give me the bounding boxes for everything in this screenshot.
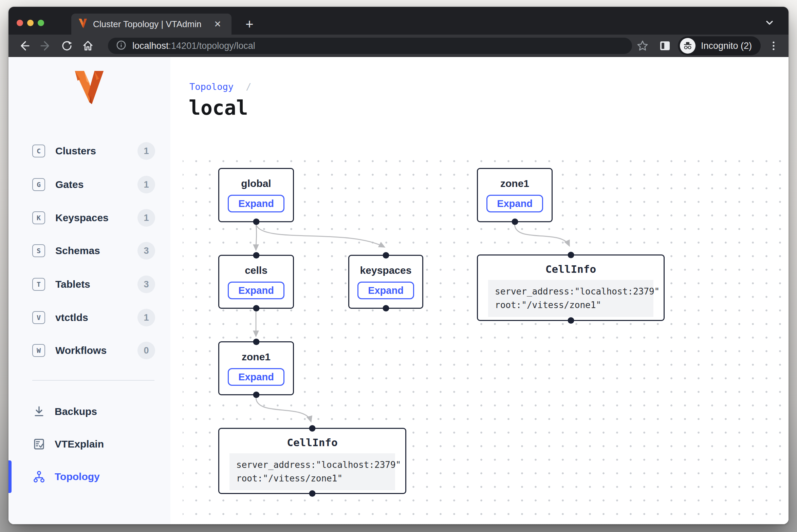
sidebar-item-workflows[interactable]: W Workflows 0 bbox=[32, 340, 155, 361]
count-badge: 1 bbox=[137, 176, 155, 193]
gates-letter-icon: G bbox=[32, 178, 45, 191]
toolbar-right: Incognito (2) bbox=[634, 35, 789, 57]
node-cellinfo-zone1-cell[interactable]: CellInfo server_address:"localhost:2379"… bbox=[218, 428, 406, 494]
sidebar-item-label: Clusters bbox=[55, 145, 137, 157]
sidebar-item-label: Workflows bbox=[55, 345, 137, 356]
vtctlds-letter-icon: V bbox=[32, 311, 45, 324]
count-badge: 1 bbox=[137, 209, 155, 227]
expand-button[interactable]: Expand bbox=[228, 282, 284, 299]
bookmark-star-icon[interactable] bbox=[634, 37, 651, 55]
incognito-label: Incognito (2) bbox=[701, 41, 752, 51]
node-title: CellInfo bbox=[287, 436, 337, 449]
node-cellinfo-zone1[interactable]: CellInfo server_address:"localhost:2379"… bbox=[477, 254, 665, 321]
side-panel-icon[interactable] bbox=[656, 37, 674, 55]
reload-button[interactable] bbox=[58, 37, 76, 55]
sidebar: C Clusters 1 G Gates 1 K Keyspaces 1 S S… bbox=[8, 57, 170, 524]
sidebar-item-keyspaces[interactable]: K Keyspaces 1 bbox=[32, 208, 155, 228]
sidebar-item-gates[interactable]: G Gates 1 bbox=[32, 174, 155, 195]
site-info-icon[interactable] bbox=[116, 40, 126, 52]
url-path: :14201/topology/local bbox=[169, 41, 255, 51]
sidebar-item-backups[interactable]: Backups bbox=[32, 401, 155, 422]
expand-button[interactable]: Expand bbox=[228, 368, 284, 386]
sidebar-item-label: Backups bbox=[55, 406, 155, 417]
fullscreen-window-button[interactable] bbox=[38, 20, 44, 26]
sidebar-item-label: vtctlds bbox=[55, 312, 137, 323]
menu-kebab-icon[interactable] bbox=[765, 37, 782, 55]
node-zone1-top[interactable]: zone1 Expand bbox=[477, 168, 553, 222]
minimize-window-button[interactable] bbox=[27, 20, 34, 26]
breadcrumb-separator: / bbox=[246, 81, 251, 92]
port-bottom bbox=[512, 218, 518, 225]
keyspaces-letter-icon: K bbox=[32, 211, 45, 224]
schemas-letter-icon: S bbox=[32, 244, 45, 257]
port-top bbox=[253, 252, 259, 259]
close-window-button[interactable] bbox=[17, 20, 23, 26]
url-text: localhost:14201/topology/local bbox=[132, 41, 255, 51]
forward-button[interactable] bbox=[37, 37, 55, 55]
count-badge: 3 bbox=[137, 242, 155, 260]
browser-window: Cluster Topology | VTAdmin ✕ + bbox=[8, 7, 789, 524]
workflows-letter-icon: W bbox=[32, 344, 45, 357]
port-bottom bbox=[568, 317, 574, 324]
port-bottom bbox=[383, 305, 389, 311]
node-title: zone1 bbox=[242, 351, 271, 363]
code-line: server_address:"localhost:2379" bbox=[236, 458, 388, 472]
code-line: server_address:"localhost:2379" bbox=[495, 285, 647, 298]
code-line: root:"/vitess/zone1" bbox=[236, 472, 388, 485]
sidebar-item-label: VTExplain bbox=[55, 438, 155, 450]
count-badge: 1 bbox=[137, 142, 155, 160]
home-button[interactable] bbox=[79, 37, 97, 55]
new-tab-button[interactable]: + bbox=[241, 16, 258, 33]
incognito-icon bbox=[680, 38, 696, 54]
browser-toolbar: localhost:14201/topology/local bbox=[8, 35, 789, 57]
port-bottom bbox=[253, 218, 259, 225]
expand-button[interactable]: Expand bbox=[228, 195, 284, 212]
port-top bbox=[383, 252, 389, 259]
traffic-lights bbox=[17, 20, 44, 26]
node-keyspaces[interactable]: keyspaces Expand bbox=[348, 255, 423, 309]
sidebar-item-topology[interactable]: Topology bbox=[32, 467, 155, 487]
incognito-profile-chip[interactable]: Incognito (2) bbox=[678, 36, 761, 55]
tab-strip: Cluster Topology | VTAdmin ✕ + bbox=[8, 7, 789, 35]
sidebar-item-tablets[interactable]: T Tablets 3 bbox=[32, 274, 155, 294]
port-top bbox=[253, 339, 259, 345]
port-top bbox=[309, 425, 316, 432]
sidebar-item-clusters[interactable]: C Clusters 1 bbox=[32, 141, 155, 161]
vitess-favicon bbox=[78, 18, 88, 30]
port-bottom bbox=[253, 392, 259, 398]
sidebar-item-vtexplain[interactable]: VTExplain bbox=[32, 434, 155, 454]
page-title: local bbox=[189, 96, 248, 119]
count-badge: 3 bbox=[137, 276, 155, 293]
node-title: CellInfo bbox=[545, 263, 596, 275]
expand-button[interactable]: Expand bbox=[486, 195, 543, 212]
port-bottom bbox=[309, 490, 316, 497]
clusters-letter-icon: C bbox=[32, 145, 45, 157]
url-host: localhost bbox=[132, 41, 169, 51]
sidebar-item-schemas[interactable]: S Schemas 3 bbox=[32, 241, 155, 261]
back-button[interactable] bbox=[15, 37, 33, 55]
tab-title: Cluster Topology | VTAdmin bbox=[93, 19, 210, 30]
sidebar-item-vtctlds[interactable]: V vtctlds 1 bbox=[32, 307, 155, 328]
node-cells[interactable]: cells Expand bbox=[218, 255, 294, 309]
expand-button[interactable]: Expand bbox=[357, 282, 414, 299]
port-bottom bbox=[253, 305, 259, 311]
sidebar-item-label: Tablets bbox=[55, 279, 137, 290]
node-title: cells bbox=[245, 265, 267, 276]
node-title: keyspaces bbox=[360, 265, 412, 276]
download-icon bbox=[32, 405, 46, 418]
browser-tab[interactable]: Cluster Topology | VTAdmin ✕ bbox=[71, 14, 231, 35]
breadcrumb-topology-link[interactable]: Topology bbox=[189, 81, 234, 92]
page-content: C Clusters 1 G Gates 1 K Keyspaces 1 S S… bbox=[8, 57, 789, 524]
cellinfo-code: server_address:"localhost:2379" root:"/v… bbox=[229, 453, 395, 490]
sidebar-item-label: Schemas bbox=[55, 245, 137, 256]
node-global[interactable]: global Expand bbox=[218, 168, 294, 222]
node-zone1-cell[interactable]: zone1 Expand bbox=[218, 341, 294, 395]
tab-search-chevron-icon[interactable] bbox=[763, 16, 776, 29]
screenshot: Cluster Topology | VTAdmin ✕ + bbox=[0, 0, 797, 532]
url-bar[interactable]: localhost:14201/topology/local bbox=[108, 38, 632, 54]
active-nav-indicator bbox=[8, 460, 12, 493]
tablets-letter-icon: T bbox=[32, 278, 45, 291]
topology-icon bbox=[32, 470, 46, 483]
tab-close-icon[interactable]: ✕ bbox=[210, 18, 225, 31]
document-check-icon bbox=[32, 437, 46, 451]
